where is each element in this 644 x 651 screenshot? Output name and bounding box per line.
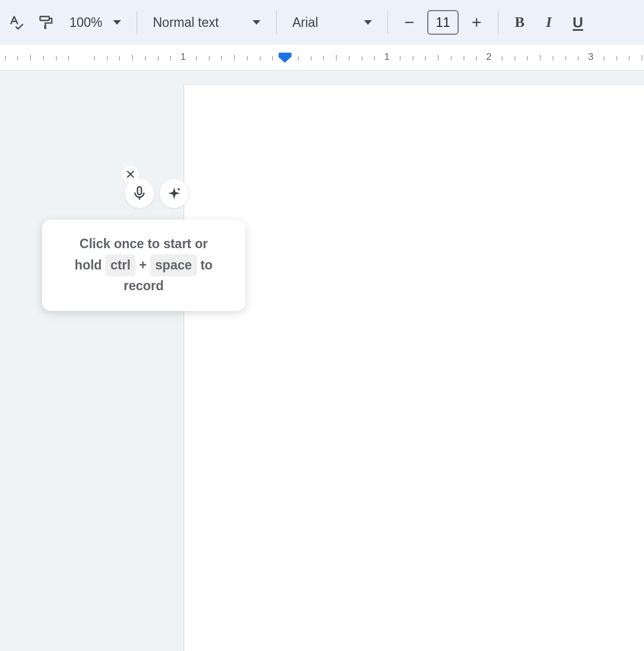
toolbar-separator (498, 11, 498, 34)
minus-icon (403, 16, 416, 29)
spellcheck-button[interactable] (3, 9, 30, 36)
zoom-label: 100% (69, 15, 102, 30)
toolbar: 100% Normal text Arial B I U (0, 0, 644, 45)
underline-button[interactable]: U (564, 9, 591, 36)
decrease-font-size-button[interactable] (396, 9, 423, 36)
ruler-number: 3 (588, 52, 593, 63)
microphone-button[interactable] (124, 178, 155, 208)
bold-icon: B (515, 14, 524, 31)
increase-font-size-button[interactable] (463, 9, 490, 36)
ruler-number: 1 (384, 52, 389, 63)
tooltip-line1: Click once to start or (54, 234, 233, 254)
toolbar-separator (276, 11, 277, 34)
voice-typing-widget (124, 178, 189, 208)
voice-tooltip: Click once to start or hold ctrl + space… (42, 220, 245, 311)
chevron-down-icon (253, 20, 260, 25)
first-line-indent-marker[interactable] (279, 53, 292, 63)
ai-sparkle-button[interactable] (159, 178, 189, 208)
zoom-dropdown[interactable]: 100% (62, 9, 129, 36)
close-voice-button[interactable] (122, 166, 139, 183)
kbd-space: space (150, 254, 197, 277)
font-family-dropdown[interactable]: Arial (284, 9, 380, 36)
ruler-number: 2 (486, 52, 491, 63)
kbd-ctrl: ctrl (105, 254, 136, 277)
horizontal-ruler[interactable]: 1123 (0, 45, 644, 71)
paragraph-style-label: Normal text (153, 15, 219, 30)
document-page[interactable] (184, 84, 644, 651)
ruler-number: 1 (180, 52, 185, 63)
microphone-icon (132, 185, 147, 201)
bold-button[interactable]: B (506, 9, 533, 36)
document-surface (0, 71, 644, 651)
svg-rect-1 (44, 25, 46, 29)
spellcheck-icon (9, 15, 25, 30)
italic-button[interactable]: I (535, 9, 562, 36)
sparkle-icon (166, 185, 182, 201)
paragraph-style-dropdown[interactable]: Normal text (145, 9, 268, 36)
toolbar-separator (388, 11, 388, 34)
italic-icon: I (546, 14, 552, 31)
svg-rect-0 (40, 17, 49, 21)
chevron-down-icon (113, 20, 121, 25)
plus-icon (470, 16, 483, 29)
font-family-label: Arial (292, 15, 318, 30)
close-icon (125, 169, 136, 179)
svg-rect-7 (138, 187, 142, 194)
paint-format-button[interactable] (32, 9, 59, 36)
tooltip-line2: hold ctrl + space to record (54, 254, 233, 296)
chevron-down-icon (364, 20, 372, 25)
font-size-group (396, 9, 490, 36)
font-size-input[interactable] (427, 10, 459, 35)
underline-icon: U (573, 14, 584, 31)
paint-roller-icon (38, 15, 54, 30)
toolbar-separator (137, 11, 137, 34)
